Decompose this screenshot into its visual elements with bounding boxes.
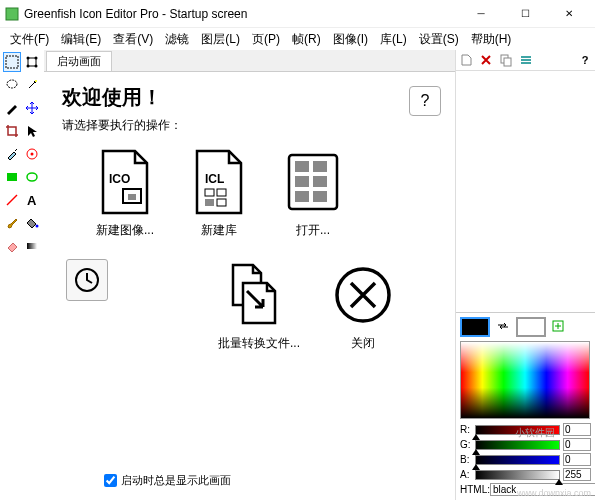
menu-edit[interactable]: 编辑(E) [55,29,107,50]
grid-icon [280,146,346,218]
maximize-button[interactable]: ☐ [503,0,547,28]
title-bar: Greenfish Icon Editor Pro - Startup scre… [0,0,595,28]
swatch-edit-icon[interactable] [552,320,564,334]
open-action[interactable]: 打开... [280,146,346,239]
batch-convert-action[interactable]: 批量转换文件... [218,259,300,352]
svg-rect-31 [313,191,327,202]
pencil-tool[interactable] [3,98,21,118]
svg-rect-1 [6,56,18,68]
g-input[interactable] [563,438,591,451]
svg-point-10 [31,153,34,156]
svg-rect-28 [295,176,309,187]
new-image-label: 新建图像... [92,222,158,239]
svg-point-12 [27,173,37,181]
fill-tool[interactable] [23,213,41,233]
new-library-action[interactable]: ICL 新建库 [186,146,252,239]
svg-rect-30 [295,191,309,202]
panel-toolbar: ? [456,50,595,71]
eyedropper-tool[interactable] [3,144,21,164]
lasso-tool[interactable] [3,75,21,95]
b-input[interactable] [563,453,591,466]
new-library-label: 新建库 [186,222,252,239]
menu-filter[interactable]: 滤镜 [159,29,195,50]
minimize-button[interactable]: ─ [459,0,503,28]
foreground-swatch[interactable] [460,317,490,337]
ellipse-tool[interactable] [23,167,41,187]
svg-rect-0 [6,8,18,20]
g-slider[interactable] [475,440,560,450]
welcome-title: 欢迎使用！ [62,84,437,111]
menu-bar: 文件(F) 编辑(E) 查看(V) 滤镜 图层(L) 页(P) 帧(R) 图像(… [0,28,595,50]
menu-view[interactable]: 查看(V) [107,29,159,50]
right-panel: ? R: G: B: A: HTML: [455,50,595,500]
svg-rect-11 [7,173,17,181]
swap-colors-icon[interactable] [496,319,510,335]
svg-rect-2 [28,58,36,66]
color-picker[interactable] [460,341,590,419]
move-tool[interactable] [23,98,41,118]
svg-rect-23 [205,199,214,206]
menu-layer[interactable]: 图层(L) [195,29,246,50]
svg-rect-27 [313,161,327,172]
svg-point-5 [27,65,30,68]
brush-tool[interactable] [3,213,21,233]
svg-rect-19 [128,194,136,200]
help-button[interactable]: ? [409,86,441,116]
menu-help[interactable]: 帮助(H) [465,29,518,50]
hotspot-tool[interactable] [23,144,41,164]
r-label: R: [460,424,472,435]
ico-file-icon: ICO [92,146,158,218]
svg-text:ICL: ICL [205,172,224,186]
a-slider[interactable] [475,470,560,480]
close-circle-icon [330,259,396,331]
layers-panel-empty [456,71,595,312]
menu-settings[interactable]: 设置(S) [413,29,465,50]
recent-button[interactable] [66,259,108,301]
tab-startup[interactable]: 启动画面 [46,51,112,71]
g-label: G: [460,439,472,450]
r-slider[interactable] [475,425,560,435]
toolbox: A [0,50,44,500]
panel-help-icon[interactable]: ? [577,52,593,68]
svg-point-7 [7,80,17,88]
svg-text:A: A [27,193,37,207]
pointer-tool[interactable] [23,121,41,141]
svg-rect-35 [504,58,511,66]
props-icon[interactable] [518,52,534,68]
batch-files-icon [218,259,284,331]
new-image-action[interactable]: ICO 新建图像... [92,146,158,239]
r-input[interactable] [563,423,591,436]
svg-text:ICO: ICO [109,172,130,186]
close-action[interactable]: 关闭 [330,259,396,352]
rect-tool[interactable] [3,167,21,187]
eraser-tool[interactable] [3,236,21,256]
svg-point-8 [35,80,37,82]
select-rect-tool[interactable] [3,52,21,72]
wand-tool[interactable] [23,75,41,95]
a-input[interactable] [563,468,591,481]
menu-page[interactable]: 页(P) [246,29,286,50]
menu-library[interactable]: 库(L) [374,29,413,50]
svg-point-3 [27,57,30,60]
b-slider[interactable] [475,455,560,465]
svg-line-13 [7,195,17,205]
menu-frame[interactable]: 帧(R) [286,29,327,50]
delete-icon[interactable] [478,52,494,68]
close-window-button[interactable]: ✕ [547,0,591,28]
menu-file[interactable]: 文件(F) [4,29,55,50]
show-startup-checkbox[interactable]: 启动时总是显示此画面 [104,473,231,488]
gradient-tool[interactable] [23,236,41,256]
crop-tool[interactable] [3,121,21,141]
close-label: 关闭 [330,335,396,352]
background-swatch[interactable] [516,317,546,337]
new-doc-icon[interactable] [458,52,474,68]
svg-point-15 [36,225,39,228]
line-tool[interactable] [3,190,21,210]
menu-image[interactable]: 图像(I) [327,29,374,50]
color-panel: R: G: B: A: HTML: [456,312,595,500]
text-tool[interactable]: A [23,190,41,210]
show-startup-check-input[interactable] [104,474,117,487]
transform-tool[interactable] [23,52,41,72]
html-input[interactable] [490,483,595,496]
copy-icon[interactable] [498,52,514,68]
